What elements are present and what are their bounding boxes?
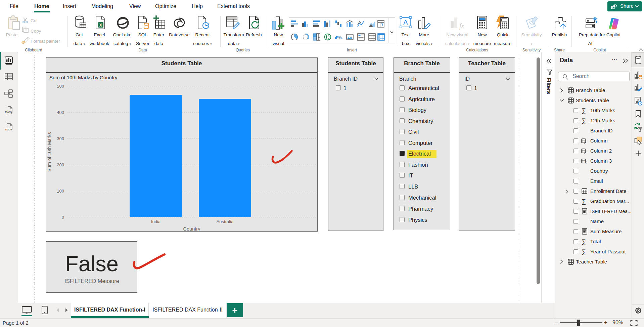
svg-text:TMDL: TMDL [5, 128, 12, 131]
svg-text:∑: ∑ [585, 160, 587, 164]
svg-text:fx: fx [459, 22, 464, 30]
svg-text:X: X [99, 23, 102, 28]
svg-text:123: 123 [347, 36, 352, 39]
svg-text:fx: fx [584, 140, 587, 144]
svg-text:A: A [403, 18, 408, 26]
svg-text:DAX: DAX [5, 111, 11, 114]
svg-text:fx: fx [584, 151, 587, 154]
